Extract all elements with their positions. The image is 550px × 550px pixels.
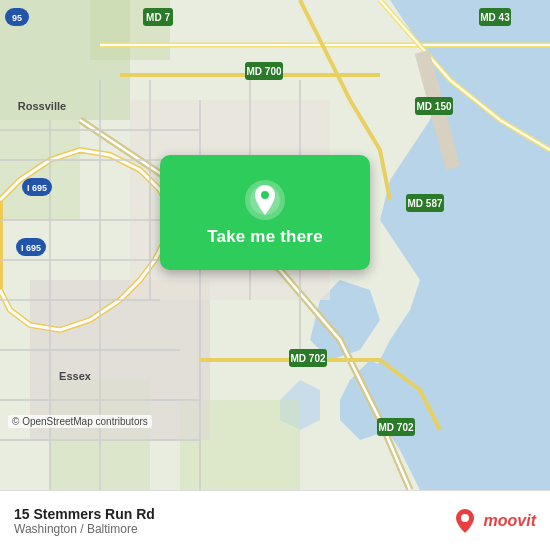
svg-text:MD 700: MD 700 — [246, 66, 281, 77]
svg-text:MD 150: MD 150 — [416, 101, 451, 112]
bottom-bar: 15 Stemmers Run Rd Washington / Baltimor… — [0, 490, 550, 550]
svg-text:MD 702: MD 702 — [378, 422, 413, 433]
map-container: MD 7 MD 43 MD 700 MD 150 MD 587 I 695 I … — [0, 0, 550, 490]
svg-text:95: 95 — [12, 13, 22, 23]
moovit-text: moovit — [484, 512, 536, 530]
moovit-logo: moovit — [451, 507, 536, 535]
city-line: Washington / Baltimore — [14, 522, 155, 536]
svg-text:I 695: I 695 — [27, 183, 47, 193]
osm-credit: © OpenStreetMap contributors — [8, 415, 152, 428]
svg-text:MD 7: MD 7 — [146, 12, 170, 23]
take-me-there-label: Take me there — [207, 227, 323, 247]
svg-text:I 695: I 695 — [21, 243, 41, 253]
svg-text:MD 702: MD 702 — [290, 353, 325, 364]
svg-text:Essex: Essex — [59, 370, 92, 382]
svg-point-34 — [461, 514, 469, 522]
moovit-pin-icon — [451, 507, 479, 535]
svg-text:Rossville: Rossville — [18, 100, 66, 112]
address-section: 15 Stemmers Run Rd Washington / Baltimor… — [14, 506, 155, 536]
address-line: 15 Stemmers Run Rd — [14, 506, 155, 522]
svg-text:MD 43: MD 43 — [480, 12, 510, 23]
take-me-there-card[interactable]: Take me there — [160, 155, 370, 270]
map-pin-icon — [244, 179, 286, 221]
svg-point-33 — [261, 191, 269, 199]
svg-text:MD 587: MD 587 — [407, 198, 442, 209]
